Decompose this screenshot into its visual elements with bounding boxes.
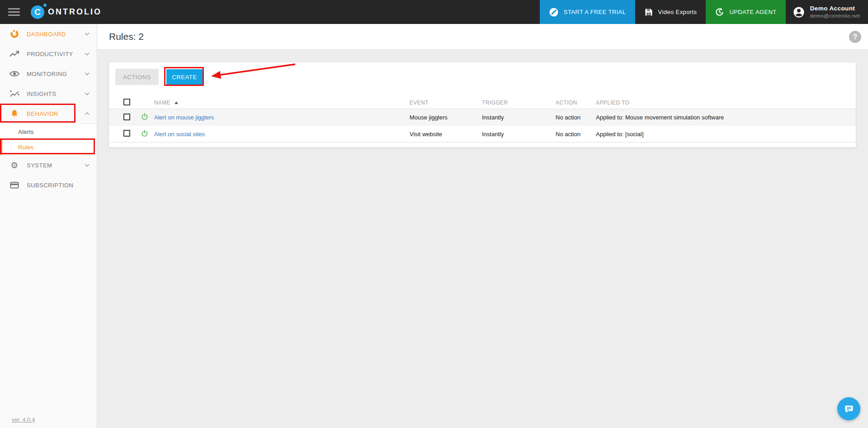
power-toggle-icon[interactable] [141,129,149,138]
rules-card: ACTIONS CREATE NAME EVENT TRIGGER ACTION… [109,62,856,147]
sidebar-item-monitoring[interactable]: MONITORING [0,64,97,84]
save-disk-icon [644,8,653,17]
sidebar-item-behavior[interactable]: BEHAVIOR [0,104,97,124]
rule-action: No action [556,114,596,121]
row-checkbox[interactable] [123,114,130,120]
sidebar-item-dashboard[interactable]: DASHBOARD [0,24,97,44]
rule-action: No action [556,131,596,138]
select-all-checkbox[interactable] [123,99,130,105]
topbar-spacer [102,0,540,24]
row-checkbox[interactable] [123,130,130,137]
bell-icon [9,109,20,118]
logo-dot [43,4,47,7]
insights-sparkline-icon [9,90,20,98]
productivity-trend-icon [9,50,20,57]
chevron-down-icon [85,52,90,56]
user-avatar-icon [792,5,806,19]
sidebar-item-productivity[interactable]: PRODUCTIVITY [0,44,97,64]
chevron-down-icon [85,92,90,95]
controlio-logo[interactable]: C ONTROLIO [31,0,102,24]
page-title: Rules: 2 [109,31,144,42]
eye-icon [9,70,20,77]
chevron-down-icon [85,72,90,76]
start-free-trial-button[interactable]: START A FREE TRIAL [540,0,635,24]
behavior-submenu: Alerts Rules [0,124,97,155]
rule-event: Mouse jigglers [410,114,482,121]
rule-trigger: Instantly [482,131,556,138]
column-header-name[interactable]: NAME [154,100,410,106]
logo-wordmark: ONTROLIO [48,7,102,17]
credit-card-icon [9,181,20,189]
column-header-event[interactable]: EVENT [410,100,482,106]
account-name: Demo Account [810,5,860,13]
live-chat-button[interactable] [837,397,860,420]
page-header: Rules: 2 ? [97,24,868,50]
logo-c-icon: C [31,5,44,19]
chevron-down-icon [85,164,90,167]
chevron-up-icon [85,112,90,115]
dashboard-icon [9,29,20,38]
video-exports-button[interactable]: Video Exports [635,0,706,24]
rule-applied-to: Applied to: [social] [596,131,856,138]
sidebar-item-rules[interactable]: Rules [0,139,97,155]
version-link[interactable]: ver. 4.0.4 [12,417,35,423]
create-button[interactable]: CREATE [166,69,203,85]
table-row: Alert on social sites Visit website Inst… [109,126,856,143]
sidebar-item-subscription[interactable]: SUBSCRIPTION [0,175,97,195]
sidebar-item-system[interactable]: ⚙ SYSTEM [0,155,97,175]
hamburger-menu-icon[interactable] [8,6,20,18]
update-agent-button[interactable]: UPDATE AGENT [706,0,785,24]
sidebar-item-insights[interactable]: INSIGHTS [0,84,97,104]
top-bar: C ONTROLIO START A FREE TRIAL Video Expo… [0,0,868,24]
sidebar: DASHBOARD PRODUCTIVITY MONITORING [0,24,97,428]
power-toggle-icon[interactable] [141,113,149,121]
sort-asc-icon [175,101,178,104]
sidebar-item-alerts[interactable]: Alerts [0,124,97,139]
account-menu[interactable]: Demo Account demo@controlio.net [786,0,868,24]
help-icon[interactable]: ? [849,31,861,43]
chevron-down-icon [85,33,90,36]
rule-trigger: Instantly [482,114,556,121]
actions-button[interactable]: ACTIONS [115,69,159,85]
column-header-trigger[interactable]: TRIGGER [482,100,556,106]
table-row: Alert on mouse jigglers Mouse jigglers I… [109,109,856,126]
compass-icon [549,7,559,17]
main-content: Rules: 2 ? ACTIONS CREATE NAME EVENT TRI… [97,24,868,428]
account-email: demo@controlio.net [810,13,860,19]
update-clock-icon [715,7,724,17]
column-header-applied-to[interactable]: APPLIED TO [596,100,856,106]
rules-table: NAME EVENT TRIGGER ACTION APPLIED TO Ale… [109,96,856,143]
rule-applied-to: Applied to: Mouse movement simulation so… [596,114,856,121]
rule-event: Visit website [410,131,482,138]
chat-bubble-icon [844,404,854,414]
gear-icon: ⚙ [9,161,20,170]
rule-name-link[interactable]: Alert on social sites [154,131,205,138]
table-header-row: NAME EVENT TRIGGER ACTION APPLIED TO [109,96,856,109]
column-header-action[interactable]: ACTION [556,100,596,106]
rules-toolbar: ACTIONS CREATE [109,62,856,85]
rule-name-link[interactable]: Alert on mouse jigglers [154,114,214,121]
